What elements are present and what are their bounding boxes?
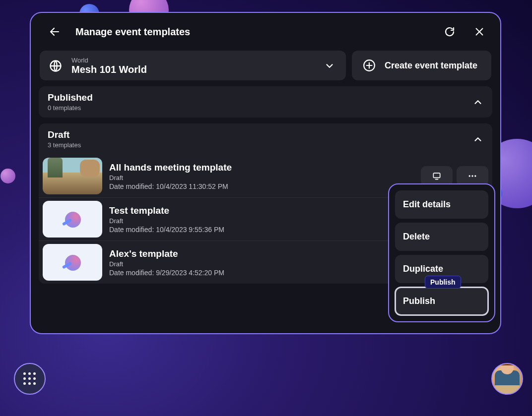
section-name: Published: [48, 92, 472, 103]
svg-rect-2: [433, 173, 440, 178]
svg-point-5: [474, 175, 476, 177]
create-template-button[interactable]: Create event template: [352, 51, 491, 80]
decor-orb: [0, 169, 15, 183]
avatar-button[interactable]: [491, 363, 523, 395]
menu-publish[interactable]: Publish: [395, 287, 488, 315]
template-more-button[interactable]: [457, 166, 488, 186]
template-thumbnail: [43, 244, 102, 281]
world-value: Mesh 101 World: [71, 64, 315, 75]
grid-icon: [23, 372, 36, 385]
published-header[interactable]: Published 0 templates: [39, 86, 492, 118]
globe-icon: [49, 59, 63, 73]
monitor-icon: [432, 171, 442, 181]
world-selector[interactable]: World Mesh 101 World: [40, 51, 346, 80]
toolbar: World Mesh 101 World Create event templa…: [39, 51, 492, 80]
app-menu-button[interactable]: [14, 363, 46, 395]
draft-header[interactable]: Draft 3 templates: [39, 123, 492, 155]
mesh-logo-icon: [61, 208, 84, 231]
template-date: Date modified:10/4/2023 11:30:52 PM: [109, 182, 414, 190]
close-icon: [474, 26, 485, 37]
create-template-label: Create event template: [385, 60, 477, 71]
titlebar: Manage event templates: [39, 23, 492, 45]
section-name: Draft: [48, 129, 472, 140]
window-title: Manage event templates: [75, 26, 190, 38]
refresh-button[interactable]: [441, 23, 459, 41]
svg-point-4: [471, 175, 473, 177]
template-name: All hands meeting template: [109, 162, 414, 173]
chevron-up-icon: [472, 134, 483, 145]
template-thumbnail: [43, 158, 102, 194]
template-context-menu: Edit details Delete Duplicate Publish: [388, 183, 495, 322]
back-button[interactable]: [46, 23, 64, 41]
menu-edit-details[interactable]: Edit details: [395, 190, 488, 219]
close-button[interactable]: [470, 23, 488, 41]
refresh-icon: [444, 26, 456, 38]
tooltip: Publish: [425, 276, 461, 289]
plus-circle-icon: [363, 59, 376, 72]
chevron-up-icon: [472, 97, 483, 108]
section-count: 3 templates: [48, 141, 472, 149]
mesh-logo-icon: [61, 251, 84, 274]
avatar-icon: [495, 370, 520, 395]
menu-delete[interactable]: Delete: [395, 223, 488, 251]
chevron-down-icon: [324, 60, 335, 71]
template-thumbnail: [43, 201, 102, 238]
section-count: 0 templates: [48, 104, 472, 112]
template-customize-button[interactable]: [421, 166, 453, 186]
svg-point-3: [469, 175, 470, 177]
more-icon: [467, 171, 477, 181]
world-label: World: [71, 57, 315, 64]
published-section: Published 0 templates: [39, 86, 492, 118]
template-status: Draft: [109, 174, 414, 181]
arrow-left-icon: [49, 26, 61, 38]
